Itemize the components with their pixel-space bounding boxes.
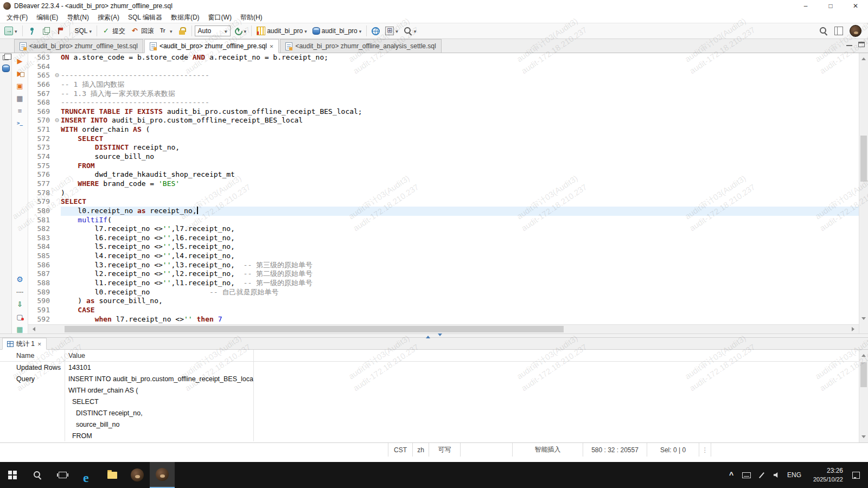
code-line[interactable]: 589 l0.receipt_no -- 自己就是原始单号	[28, 288, 859, 297]
gear-icon[interactable]	[15, 275, 24, 284]
table-row[interactable]: Query INSERT INTO audit_bi_pro.custom_of…	[0, 373, 859, 384]
auto-commit-combo[interactable]: Auto	[195, 25, 231, 36]
scrollbar-thumb[interactable]	[860, 362, 867, 387]
code-line[interactable]: 588 l1.receipt_no <>'',l1.receipt_no, --…	[28, 279, 859, 288]
execute-statement-icon[interactable]	[15, 56, 24, 65]
scroll-down-icon[interactable]	[859, 315, 868, 324]
code-line[interactable]: 565-----------------------------------	[28, 71, 859, 80]
code-line[interactable]: 590 ) as source_bill_no,	[28, 297, 859, 306]
maximize-panel-icon[interactable]	[858, 42, 865, 47]
close-button[interactable]	[843, 0, 868, 12]
scroll-right-icon[interactable]	[850, 325, 859, 334]
tab-close-icon[interactable]	[37, 340, 42, 348]
menu-edit[interactable]: 编辑(E)	[32, 12, 62, 23]
status-writable[interactable]: 可写	[429, 443, 460, 457]
minimize-button[interactable]	[793, 0, 818, 12]
rollback-button[interactable]: 回滚	[129, 25, 156, 37]
grid-icon[interactable]	[15, 94, 24, 102]
code-line[interactable]: 568-----------------------------------	[28, 98, 859, 107]
code-line[interactable]: 591 CASE	[28, 306, 859, 315]
scrollbar-thumb[interactable]	[65, 326, 564, 332]
pin-button[interactable]	[25, 25, 39, 36]
flag-button[interactable]	[54, 25, 67, 36]
status-more-icon[interactable]	[699, 443, 711, 457]
taskbar-search-button[interactable]	[25, 462, 50, 488]
dbeaver-taskbar-button-active[interactable]	[150, 462, 175, 488]
explain-plan-icon[interactable]	[15, 81, 24, 90]
taskbar-clock[interactable]: 23:26 2025/10/22	[804, 467, 846, 483]
status-cursor-position[interactable]: 580 : 32 : 20557	[583, 443, 647, 457]
code-line[interactable]: 585 l4.receipt_no <>'',l4.receipt_no,	[28, 252, 859, 261]
export-icon[interactable]	[15, 300, 24, 309]
code-line[interactable]: 592 when l7.receipt_no <>'' then 7	[28, 315, 859, 324]
start-button[interactable]	[0, 462, 25, 488]
collapse-down-icon[interactable]	[438, 333, 442, 338]
code-line[interactable]: 582 l7.receipt_no <>'',l7.receipt_no,	[28, 224, 859, 234]
scroll-down-icon[interactable]	[859, 433, 868, 442]
horizontal-scrollbar[interactable]	[28, 324, 859, 333]
menu-sql-editor[interactable]: SQL 编辑器	[124, 12, 167, 23]
table-row[interactable]: WITH order_chain AS (	[0, 384, 859, 396]
code-line[interactable]: 577 WHERE brand_code = 'BES'	[28, 179, 859, 189]
database-selector[interactable]: audit_bi_pro	[254, 25, 309, 36]
code-line[interactable]: 579SELECT	[28, 197, 859, 207]
document-error-icon[interactable]	[15, 312, 24, 321]
code-line[interactable]: 576 dwd_trade_hkaudit_shop_receipt_mt	[28, 170, 859, 179]
language-indicator[interactable]: ENG	[784, 471, 804, 479]
menu-file[interactable]: 文件(F)	[2, 12, 32, 23]
code-line[interactable]: 571WITH order_chain AS (	[28, 125, 859, 134]
tab-zhumr-offline-test[interactable]: <audit_bi_pro> zhumr_offline_test.sql	[14, 39, 143, 53]
menu-help[interactable]: 帮助(H)	[236, 12, 267, 23]
restore-view-icon[interactable]	[3, 55, 9, 60]
code-line[interactable]: 563ON a.store_code = b.store_code AND a.…	[28, 53, 859, 62]
status-timezone[interactable]: CST	[388, 443, 412, 457]
scroll-up-icon[interactable]	[859, 350, 868, 359]
code-line[interactable]: 584 l5.receipt_no <>'',l5.receipt_no,	[28, 242, 859, 252]
scrollbar-thumb[interactable]	[860, 136, 867, 182]
fold-marker-icon[interactable]	[53, 116, 61, 125]
table-row[interactable]: Updated Rows 143101	[0, 362, 859, 373]
code-line[interactable]: 569TRUNCATE TABLE IF EXISTS audit_bi_pro…	[28, 107, 859, 117]
column-header-value[interactable]: Value	[65, 350, 254, 361]
volume-button[interactable]	[769, 462, 784, 488]
sql-menu-button[interactable]: SQL	[73, 26, 94, 36]
code-line[interactable]: 564	[28, 62, 859, 72]
menu-navigate[interactable]: 导航(N)	[62, 12, 93, 23]
table-row[interactable]: FROM	[0, 430, 859, 441]
database-navigator-icon[interactable]	[2, 65, 10, 72]
search-icon[interactable]	[819, 27, 828, 35]
code-line[interactable]: 570INSERT INTO audit_bi_pro.custom_offli…	[28, 116, 859, 125]
minimize-panel-icon[interactable]	[846, 42, 853, 47]
code-lines[interactable]: 563ON a.store_code = b.store_code AND a.…	[28, 53, 859, 324]
scroll-left-icon[interactable]	[28, 325, 37, 334]
table-row[interactable]: DISTINCT receipt_no,	[0, 407, 859, 419]
quick-search-button[interactable]	[401, 25, 419, 36]
dbeaver-logo-icon[interactable]	[850, 25, 861, 37]
code-line[interactable]: 567-- 1.3 插入海一家关联关系表数据	[28, 89, 859, 99]
execute-script-icon[interactable]	[15, 69, 24, 78]
transaction-log-button[interactable]	[232, 25, 249, 36]
timezone-button[interactable]	[369, 26, 382, 36]
status-language[interactable]: zh	[412, 443, 429, 457]
open-connection-button[interactable]	[2, 25, 20, 36]
touch-keyboard-button[interactable]	[739, 462, 754, 488]
dbeaver-taskbar-button[interactable]	[125, 462, 150, 488]
scroll-up-icon[interactable]	[859, 53, 868, 62]
status-insert-mode[interactable]: 智能插入	[512, 443, 583, 457]
console-icon[interactable]	[15, 119, 24, 127]
commit-button[interactable]: 提交	[100, 25, 127, 37]
more-options-icon[interactable]	[15, 287, 24, 296]
table-row[interactable]: SELECT	[0, 396, 859, 407]
code-line[interactable]: 580 l0.receipt_no as receipt_no,	[28, 207, 859, 216]
code-line[interactable]: 574 source_bill_no	[28, 152, 859, 162]
document-grid-icon[interactable]	[15, 325, 24, 333]
tab-zhumr-offline-pre[interactable]: <audit_bi_pro> zhumr_offline_pre.sql	[144, 39, 279, 53]
perspective-icon[interactable]	[834, 27, 843, 35]
browser-button[interactable]	[75, 462, 100, 488]
tray-expand-icon[interactable]	[724, 462, 739, 488]
transaction-mode-button[interactable]	[157, 25, 175, 36]
code-line[interactable]: 573 DISTINCT receipt_no,	[28, 143, 859, 152]
menu-window[interactable]: 窗口(W)	[204, 12, 236, 23]
code-line[interactable]: 583 l6.receipt_no <>'',l6.receipt_no,	[28, 234, 859, 243]
panel-vertical-scrollbar[interactable]	[859, 350, 868, 442]
